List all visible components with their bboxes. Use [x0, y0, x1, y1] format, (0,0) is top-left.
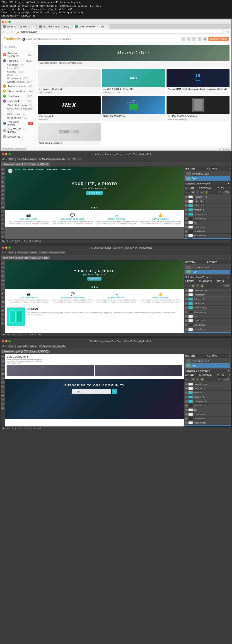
- ps-history-item-file-3[interactable]: photortimer3.psd: [185, 359, 230, 363]
- ps-eye-connect-1[interactable]: 👁: [185, 200, 188, 202]
- ps-auto-select-3[interactable]: Auto Select: Layer ▾: [17, 345, 38, 348]
- card-freebs[interactable]: Freebiesburg collection: [38, 123, 100, 145]
- ps-lock-paint-3[interactable]: ✏: [196, 378, 200, 381]
- sidebar-item-wordpress[interactable]: W Free WordPress themes: [1, 127, 36, 134]
- ps-layers-menu-2[interactable]: ≡: [228, 280, 230, 282]
- ps-eye-constratin-3[interactable]: 👁: [185, 383, 188, 386]
- ps-eye-indication1-3[interactable]: 👁: [185, 396, 188, 398]
- address-box[interactable]: 🔒 freebiesbug.com: [15, 30, 224, 34]
- ps-zoom-btn-1[interactable]: 75%: [8, 158, 14, 161]
- nav-home-1[interactable]: HOME: [15, 168, 20, 173]
- tab-close-bootstrap[interactable]: ×: [33, 26, 34, 28]
- sidebar-sub-codemsc[interactable]: Miscellaneous (132): [1, 116, 36, 120]
- ps-layer-signout-2[interactable]: 👁 signout-form: [184, 318, 231, 323]
- ps-eye-indicator-active-2[interactable]: 👁: [185, 306, 188, 309]
- crop-tool-1[interactable]: ⊡: [1, 180, 5, 184]
- move-tool-1[interactable]: ✥: [1, 168, 5, 171]
- clone-tool-2[interactable]: ✱: [1, 292, 5, 295]
- ps-layers-header-3[interactable]: LAYERS CHANNELS PATHS ≡: [184, 373, 231, 377]
- facebook-icon[interactable]: f: [192, 37, 196, 41]
- sidebar-search[interactable]: 🔍: [2, 45, 34, 49]
- text-tool-2[interactable]: T: [1, 313, 5, 316]
- ps-eye-iphone-1[interactable]: 👁: [185, 217, 188, 220]
- gradient-tool-2[interactable]: ▤: [1, 300, 5, 304]
- sidebar-item-sketch[interactable]: S Sketch freebies (44): [1, 88, 36, 94]
- tab-freebiesbug[interactable]: Latest free PSDs & other... ×: [73, 24, 109, 29]
- heal-tool-3[interactable]: ⊕: [1, 376, 5, 380]
- eyedrop-tool-3[interactable]: ⦿: [1, 372, 5, 376]
- fullscreen-btn[interactable]: [8, 21, 11, 23]
- ps-layers-header-2[interactable]: LAYERS CHANNELS PATHS ≡: [184, 280, 231, 283]
- ps-eye-indication2-1[interactable]: 👁: [185, 204, 188, 207]
- blur-tool-2[interactable]: ◌: [1, 304, 5, 308]
- ps-doc-tab-2[interactable]: photortimer1.psd @ 75% (Shape 17, RGB/8): [1, 256, 50, 260]
- tab-bootstrap[interactable]: Bootstrap - The world's... ×: [1, 24, 37, 29]
- ps-history-item-file-1[interactable]: photortimer3.psd: [185, 172, 230, 176]
- eyedrop-tool-1[interactable]: ⦿: [1, 184, 5, 188]
- pen-tool-1[interactable]: ✒: [1, 218, 5, 222]
- brush-tool-2[interactable]: ✏: [1, 287, 5, 291]
- subscribe-submit-btn-3[interactable]: ✓: [112, 389, 117, 394]
- sidebar-sub-jseffects[interactable]: JS effects & plugins (95): [1, 104, 36, 107]
- brush-tool-3[interactable]: ✏: [1, 381, 5, 384]
- ps-history-header-1[interactable]: HISTORY ACTIONS ≡: [184, 167, 231, 171]
- ps-history-item-open-1[interactable]: Open: [185, 176, 230, 180]
- twitter-icon[interactable]: t: [187, 37, 191, 41]
- ps-eye-apple-1[interactable]: 👁: [185, 230, 188, 233]
- ps-close-1[interactable]: [2, 153, 4, 155]
- sidebar-item-stockphotos[interactable]: 📷 Free stock photos new: [1, 120, 36, 127]
- nav-download-1[interactable]: DOWNLOAD: [60, 168, 71, 173]
- pen-tool-3[interactable]: ✒: [1, 394, 5, 397]
- ps-align-left-1[interactable]: ⊢: [67, 158, 71, 161]
- ps-eye-shape17-2[interactable]: 👁: [185, 332, 188, 333]
- ps-layer-indication1-3[interactable]: 👁 Indication-1: [184, 395, 231, 399]
- ps-eye-logo-3[interactable]: 👁: [185, 408, 188, 411]
- ps-layer-indication1-1[interactable]: 👁 Indication-1: [184, 208, 231, 212]
- ps-eye-constratin-2[interactable]: 👁: [185, 289, 188, 292]
- dodge-tool-1[interactable]: ☼: [1, 214, 5, 218]
- heal-tool-2[interactable]: ⊕: [1, 283, 5, 286]
- card-ios9[interactable]: iOS 9 Ps iOS 9 GUI kit – Free PSD Free P…: [102, 69, 165, 94]
- zoom-tool-1[interactable]: 🔍: [1, 235, 5, 238]
- ps-eye-shape17-1[interactable]: 👁: [185, 238, 188, 239]
- ps-minimize-1[interactable]: [5, 153, 8, 155]
- clone-tool-3[interactable]: ✱: [1, 385, 5, 388]
- ps-selective-color-header-3[interactable]: Selective Color Presets ▼: [184, 369, 231, 373]
- ps-selective-color-chevron-3[interactable]: ▼: [228, 370, 230, 372]
- submit-freebie-button[interactable]: Submit a freebie: [208, 37, 228, 41]
- ps-layers-menu-1[interactable]: ≡: [228, 186, 230, 189]
- ps-layers-header-1[interactable]: LAYERS CHANNELS PATHS ≡: [184, 186, 231, 190]
- move-tool-2[interactable]: ✥: [1, 261, 5, 265]
- zoom-tool-2[interactable]: 🔍: [1, 322, 5, 325]
- ps-history-menu-2[interactable]: ≡: [228, 261, 230, 264]
- ps-selective-color-header-2[interactable]: Selective Color Presets ▼: [184, 275, 231, 279]
- ps-lock-paint-1[interactable]: ✏: [196, 190, 200, 194]
- ps-selective-color-chevron-2[interactable]: ▼: [228, 276, 230, 278]
- blur-tool-1[interactable]: ◌: [1, 210, 5, 213]
- ps-lock-all-2[interactable]: 🔒: [200, 284, 204, 288]
- ps-align-right-1[interactable]: ⊣: [77, 158, 82, 161]
- ps-layer-google-2[interactable]: 👁 google-button: [184, 327, 231, 332]
- rss-icon[interactable]: ⌁: [181, 37, 185, 41]
- ps-eye-indication2-2[interactable]: 👁: [185, 298, 188, 300]
- ps-history-header-2[interactable]: HISTORY ACTIONS ≡: [184, 260, 231, 264]
- ps-layer-constratin-1[interactable]: 👁 constratin-icon: [184, 195, 231, 199]
- card-retro[interactable]: Retro for WORDPRESS Retro for WordPress: [102, 96, 165, 122]
- ps-lock-paint-2[interactable]: ✏: [196, 284, 200, 288]
- ps-layer-indication2-2[interactable]: 👁 Indication-2: [184, 297, 231, 302]
- sidebar-item-fonts[interactable]: F Free fonts (529): [1, 94, 36, 98]
- ps-layer-google-3[interactable]: 👁 google-button: [184, 421, 231, 425]
- ps-layer-indicator-active-1[interactable]: 👁 indicator-active: [184, 212, 231, 216]
- sidebar-item-premium[interactable]: ★ Premium Resources (173): [1, 51, 36, 58]
- brush-tool-1[interactable]: ✏: [1, 193, 5, 196]
- lasso-tool-1[interactable]: ⌖: [1, 176, 5, 180]
- ps-layer-indication1-2[interactable]: 👁 Indication-1: [184, 302, 231, 306]
- clone-tool-1[interactable]: ✱: [1, 197, 5, 201]
- ps-layer-indication2-1[interactable]: 👁 Indication-2: [184, 204, 231, 208]
- ps-eye-apple-3[interactable]: 👁: [185, 417, 188, 420]
- ps-lock-transparency-1[interactable]: ▣: [191, 190, 195, 194]
- refresh-btn[interactable]: ↻: [10, 30, 14, 34]
- move-tool-3[interactable]: ✥: [1, 355, 5, 358]
- ps-eye-signout-3[interactable]: 👁: [185, 413, 188, 416]
- ps-auto-select-2[interactable]: Auto Select: Layer ▾: [17, 251, 38, 254]
